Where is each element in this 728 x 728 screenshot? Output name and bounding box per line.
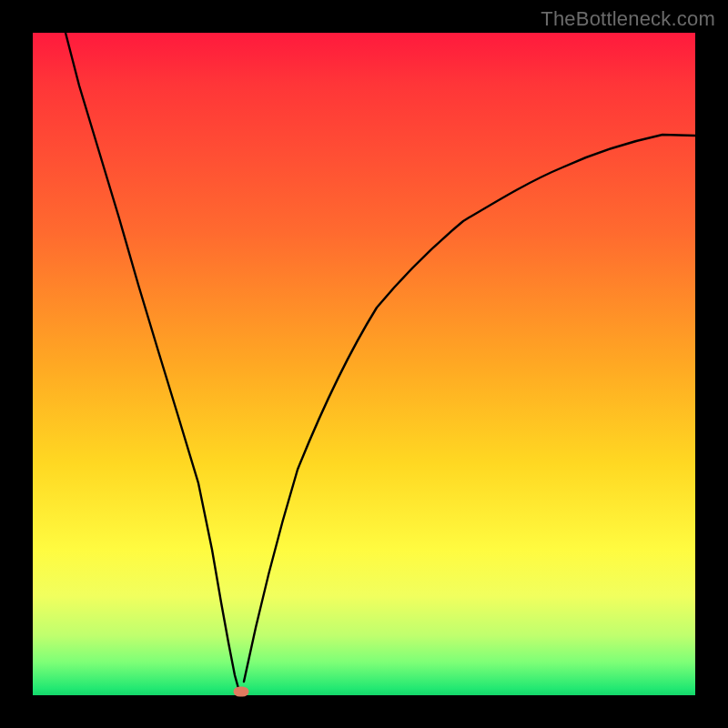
curve-left-branch — [66, 33, 239, 692]
plot-area — [33, 33, 695, 695]
bottleneck-curve — [33, 33, 695, 695]
attribution-text: TheBottleneck.com — [541, 7, 715, 31]
minimum-marker — [234, 687, 249, 697]
chart-frame: TheBottleneck.com — [0, 0, 728, 728]
curve-right-branch — [244, 135, 695, 682]
